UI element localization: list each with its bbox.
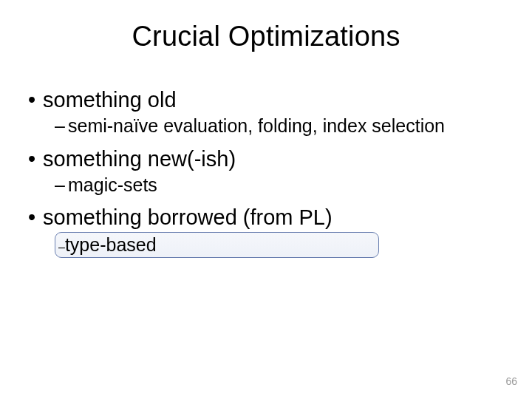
bullet-text: something new(-ish) xyxy=(43,147,236,171)
bullet-level1: •something borrowed (from PL) xyxy=(28,204,510,231)
dash-icon: – xyxy=(58,241,65,253)
bullet-level2: –magic-sets xyxy=(55,174,510,197)
bullet-level1: •something old xyxy=(28,86,510,113)
bullet-level1: •something new(-ish) xyxy=(28,146,510,172)
page-number: 66 xyxy=(505,375,517,387)
bullet-dot-icon: • xyxy=(28,204,43,231)
bullet-level2: –semi-naïve evaluation, folding, index s… xyxy=(55,115,510,137)
bullet-dot-icon: • xyxy=(28,146,43,172)
highlight-box: –type-based xyxy=(55,232,379,258)
bullet-dot-icon: • xyxy=(28,86,43,113)
sub-bullet-text: magic-sets xyxy=(68,174,157,195)
sub-bullet-text: semi-naïve evaluation, folding, index se… xyxy=(68,115,445,136)
highlight-container: –type-based xyxy=(55,232,510,258)
sub-bullet-text: type-based xyxy=(65,234,157,255)
bullet-text: something borrowed (from PL) xyxy=(43,205,332,229)
dash-icon: – xyxy=(55,115,68,137)
slide-title: Crucial Optimizations xyxy=(0,21,532,52)
slide-content: •something old –semi-naïve evaluation, f… xyxy=(0,86,532,258)
bullet-text: something old xyxy=(43,88,177,112)
slide: Crucial Optimizations •something old –se… xyxy=(0,0,532,399)
dash-icon: – xyxy=(55,174,68,197)
